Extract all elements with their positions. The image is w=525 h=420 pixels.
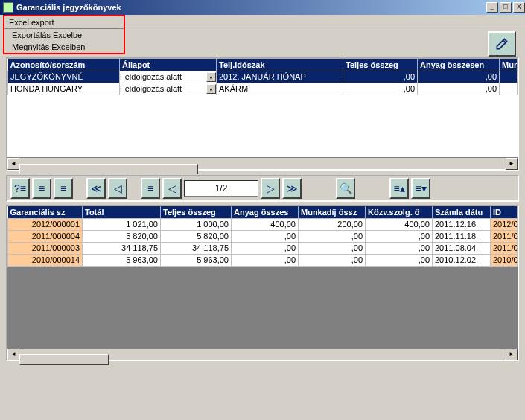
cell-kozv: ,00 (366, 254, 433, 266)
scroll-thumb[interactable] (19, 164, 198, 174)
cell-anyag: ,00 (418, 71, 500, 83)
minimize-button[interactable]: _ (486, 2, 498, 13)
cell-kozv: 400,00 (366, 218, 433, 230)
col-anyagosszes[interactable]: Anyag összes (232, 206, 299, 218)
cell-teljes: 5 963,00 (161, 254, 232, 266)
table-row[interactable]: JEGYZŐKÖNYVNÉ Feldolgozás alatt▼ 2012. J… (8, 71, 518, 83)
cell-id: 2012/000002 (491, 218, 518, 230)
chevron-down-icon[interactable]: ▼ (206, 84, 216, 94)
bottom-scrollbar-h[interactable]: ◄ ► (7, 348, 518, 360)
table-row[interactable]: 2011/0000045 820,005 820,00,00,00,002011… (8, 230, 518, 242)
first-page-button[interactable]: ≪ (86, 178, 106, 199)
cell-sz: 2012/000001 (8, 218, 83, 230)
chevron-down-icon[interactable]: ▼ (206, 72, 216, 82)
col-teljesosszeg2[interactable]: Teljes összeg (161, 206, 232, 218)
col-szamladatum[interactable]: Számla dátu (433, 206, 491, 218)
cell-total: 5 963,00 (83, 254, 161, 266)
cell-teljes: ,00 (343, 71, 418, 83)
cell-munkadij: 200,00 (299, 218, 366, 230)
cell-total: 1 021,00 (83, 218, 161, 230)
cell-anyag: ,00 (232, 254, 299, 266)
sort-asc-button[interactable]: ≡▴ (389, 178, 409, 199)
cell-id: 2011/000130 (491, 230, 518, 242)
cell-datum: 2011.11.18. (433, 230, 491, 242)
top-scrollbar-h[interactable]: ◄ ► (7, 157, 518, 169)
cell-id: 2011/000096 (491, 242, 518, 254)
sort-desc-button[interactable]: ≡▾ (411, 178, 430, 199)
prev-page-button[interactable]: ◁ (162, 178, 182, 199)
prev-button[interactable]: ◁ (108, 178, 127, 199)
titlebar: Garanciális jegyzőkönyvek _ □ X (0, 0, 525, 15)
col-kozv[interactable]: Közv.szolg. ö (366, 206, 433, 218)
cell-sz: 2011/000003 (8, 242, 83, 254)
edit-icon (494, 36, 509, 51)
toolbar: ?≡ ≡ ≡ ≪ ◁ ≡ ◁ ▷ ≫ 🔍 ≡▴ ≡▾ (6, 175, 519, 202)
zoom-button[interactable]: 🔍 (336, 178, 355, 199)
cell-teljes: 5 820,00 (161, 230, 232, 242)
scroll-right-button[interactable]: ► (506, 158, 518, 170)
cell-sz: 2010/000014 (8, 254, 83, 266)
allapot-dropdown[interactable]: Feldolgozás alatt▼ (120, 72, 216, 82)
help-button[interactable]: ?≡ (10, 178, 30, 199)
menubar: Excel export Exportálás Excelbe Megnyitá… (0, 15, 525, 28)
cell-anyag: 400,00 (232, 218, 299, 230)
cell-anyag: ,00 (232, 230, 299, 242)
bottom-grid: Garanciális sz Totál Teljes összeg Anyag… (6, 205, 519, 361)
edit-button[interactable] (488, 31, 516, 57)
cell-datum: 2011.08.04. (433, 242, 491, 254)
col-munkadij[interactable]: Munkadíj össz (299, 206, 366, 218)
cell-total: 5 820,00 (83, 230, 161, 242)
maximize-button[interactable]: □ (500, 2, 512, 13)
scroll-thumb[interactable] (19, 354, 109, 365)
col-allapot[interactable]: Állapot (120, 59, 217, 71)
bottom-table[interactable]: Garanciális sz Totál Teljes összeg Anyag… (7, 206, 518, 267)
table-row[interactable]: 2011/00000334 118,7534 118,75,00,00,0020… (8, 242, 518, 254)
col-azonosito[interactable]: Azonosító/sorszám (8, 59, 120, 71)
cell-id: 2010/000080 (491, 254, 518, 266)
next-page-button[interactable]: ▷ (261, 178, 280, 199)
table-row[interactable]: HONDA HUNGARY Feldolgozás alatt▼ AKÁRMI … (8, 83, 518, 95)
col-total[interactable]: Totál (83, 206, 161, 218)
col-teljidoszak[interactable]: Telj.időszak (217, 59, 343, 71)
cell-kozv: ,00 (366, 230, 433, 242)
align-right-button[interactable]: ≡ (54, 178, 73, 199)
app-icon (3, 2, 13, 13)
cell-datum: 2011.12.16. (433, 218, 491, 230)
scroll-left-button[interactable]: ◄ (7, 349, 19, 360)
cell-idoszak: 2012. JANUÁR HÓNAP (217, 71, 343, 83)
cell-idoszak: AKÁRMI (217, 83, 343, 95)
cell-kozv: ,00 (366, 242, 433, 254)
cell-anyag: ,00 (232, 242, 299, 254)
menu-item-open-excel[interactable]: Megnyitás Excelben (4, 41, 124, 53)
last-page-button[interactable]: ≫ (282, 178, 302, 199)
col-id2[interactable]: ID (491, 206, 518, 218)
list-button[interactable]: ≡ (141, 178, 160, 199)
cell-sz: 2011/000004 (8, 230, 83, 242)
col-teljesosszeg[interactable]: Teljes összeg (343, 59, 418, 71)
allapot-dropdown[interactable]: Feldolgozás alatt▼ (120, 84, 216, 94)
cell-anyag: ,00 (418, 83, 500, 95)
col-garancialis[interactable]: Garanciális sz (8, 206, 83, 218)
cell-teljes: 34 118,75 (161, 242, 232, 254)
window-title: Garanciális jegyzőkönyvek (16, 3, 485, 12)
top-table[interactable]: Azonosító/sorszám Állapot Telj.időszak T… (7, 59, 518, 95)
cell-munkadij: ,00 (299, 230, 366, 242)
menu-item-export-excel[interactable]: Exportálás Excelbe (4, 29, 124, 41)
cell-munkadij: ,00 (299, 242, 366, 254)
cell-datum: 2010.12.02. (433, 254, 491, 266)
scroll-right-button[interactable]: ► (506, 349, 518, 360)
col-anyagossz[interactable]: Anyag összesen (418, 59, 500, 71)
cell-teljes: 1 000,00 (161, 218, 232, 230)
page-input[interactable] (184, 180, 258, 197)
menu-top-item[interactable]: Excel export (4, 16, 124, 28)
cell-munkadij: ,00 (299, 254, 366, 266)
cell-id: HONDA HUNGARY (8, 83, 120, 95)
scroll-left-button[interactable]: ◄ (7, 158, 19, 170)
cell-total: 34 118,75 (83, 242, 161, 254)
table-row[interactable]: 2010/0000145 963,005 963,00,00,00,002010… (8, 254, 518, 266)
col-mun[interactable]: Mun (500, 59, 518, 71)
table-row[interactable]: 2012/0000011 021,001 000,00400,00200,004… (8, 218, 518, 230)
empty-area (7, 270, 518, 348)
close-button[interactable]: X (513, 2, 525, 13)
align-left-button[interactable]: ≡ (32, 178, 51, 199)
